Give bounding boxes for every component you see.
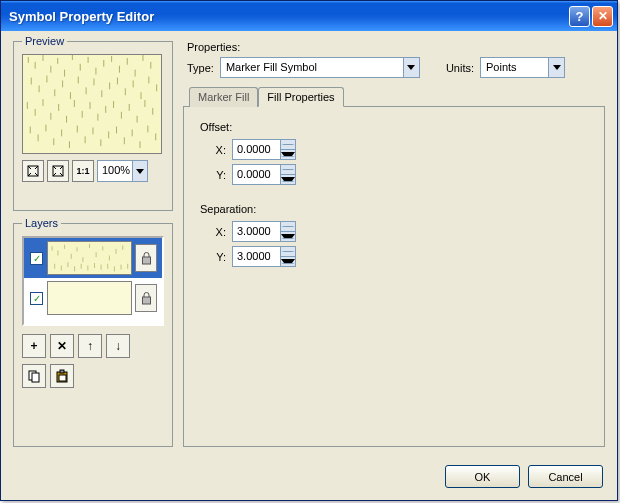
zoom-select[interactable]: 100% — [97, 160, 148, 182]
layers-group: Layers ✓ — [13, 223, 173, 447]
zoom-full-icon — [27, 165, 39, 177]
svg-rect-102 — [59, 375, 66, 381]
units-value: Points — [481, 58, 548, 77]
zoom-full-button[interactable] — [22, 160, 44, 182]
svg-rect-99 — [32, 373, 39, 382]
layer-row[interactable]: ✓ — [24, 238, 162, 278]
delete-layer-button[interactable]: ✕ — [50, 334, 74, 358]
lock-icon — [141, 292, 152, 305]
separation-y-value: 3.0000 — [232, 246, 280, 267]
type-label: Type: — [187, 62, 214, 74]
svg-rect-101 — [60, 370, 64, 373]
fill-properties-panel: Offset: X: 0.0000 Y: 0.0000 Separation: — [183, 106, 605, 447]
dialog-footer: OK Cancel — [1, 457, 617, 500]
type-value: Marker Fill Symbol — [221, 58, 403, 77]
grass-pattern-icon — [23, 55, 161, 153]
offset-y-label: Y: — [210, 169, 226, 181]
layer-visible-checkbox[interactable]: ✓ — [30, 292, 43, 305]
chevron-down-icon — [548, 58, 564, 77]
spinner-down-icon[interactable] — [281, 175, 295, 184]
svg-rect-97 — [142, 297, 150, 304]
layers-legend: Layers — [22, 217, 61, 229]
svg-rect-0 — [23, 55, 160, 153]
offset-y-input[interactable]: 0.0000 — [232, 164, 296, 185]
svg-rect-71 — [48, 244, 131, 272]
move-down-button[interactable]: ↓ — [106, 334, 130, 358]
separation-x-label: X: — [210, 226, 226, 238]
close-button[interactable]: ✕ — [592, 6, 613, 27]
separation-x-input[interactable]: 3.0000 — [232, 221, 296, 242]
separation-y-label: Y: — [210, 251, 226, 263]
chevron-down-icon — [403, 58, 419, 77]
layer-lock-button[interactable] — [135, 284, 157, 312]
spinner-down-icon[interactable] — [281, 232, 295, 241]
layer-thumbnail — [47, 241, 132, 275]
paste-layer-button[interactable] — [50, 364, 74, 388]
separation-label: Separation: — [200, 203, 588, 215]
lock-icon — [141, 252, 152, 265]
preview-canvas — [22, 54, 162, 154]
zoom-extent-button[interactable] — [47, 160, 69, 182]
spinner-up-icon[interactable] — [281, 165, 295, 175]
spinner-down-icon[interactable] — [281, 257, 295, 266]
ok-button[interactable]: OK — [445, 465, 520, 488]
offset-x-input[interactable]: 0.0000 — [232, 139, 296, 160]
layer-thumbnail — [47, 281, 132, 315]
spinner-up-icon[interactable] — [281, 247, 295, 257]
preview-legend: Preview — [22, 35, 67, 47]
offset-y-value: 0.0000 — [232, 164, 280, 185]
zoom-actual-button[interactable]: 1:1 — [72, 160, 94, 182]
paste-icon — [55, 369, 69, 383]
move-up-button[interactable]: ↑ — [78, 334, 102, 358]
grass-pattern-icon — [48, 242, 131, 274]
spinner-up-icon[interactable] — [281, 140, 295, 150]
preview-group: Preview — [13, 41, 173, 211]
offset-label: Offset: — [200, 121, 588, 133]
zoom-extent-icon — [52, 165, 64, 177]
cancel-button[interactable]: Cancel — [528, 465, 603, 488]
separation-y-input[interactable]: 3.0000 — [232, 246, 296, 267]
layer-lock-button[interactable] — [135, 244, 157, 272]
chevron-down-icon — [132, 161, 147, 181]
window: Symbol Property Editor ? ✕ Preview — [0, 0, 618, 501]
copy-layer-button[interactable] — [22, 364, 46, 388]
offset-x-value: 0.0000 — [232, 139, 280, 160]
spinner-down-icon[interactable] — [281, 150, 295, 159]
type-select[interactable]: Marker Fill Symbol — [220, 57, 420, 78]
copy-icon — [27, 369, 41, 383]
properties-label: Properties: — [183, 41, 605, 53]
add-layer-button[interactable]: + — [22, 334, 46, 358]
svg-rect-96 — [142, 257, 150, 264]
help-button[interactable]: ? — [569, 6, 590, 27]
layers-list[interactable]: ✓ — [22, 236, 164, 326]
tab-fill-properties[interactable]: Fill Properties — [258, 87, 343, 107]
window-title: Symbol Property Editor — [9, 9, 569, 24]
units-label: Units: — [446, 62, 474, 74]
layer-visible-checkbox[interactable]: ✓ — [30, 252, 43, 265]
tab-marker-fill[interactable]: Marker Fill — [189, 87, 258, 107]
client-area: Preview — [1, 31, 617, 457]
separation-x-value: 3.0000 — [232, 221, 280, 242]
zoom-value: 100% — [98, 161, 132, 181]
layer-row[interactable]: ✓ — [24, 278, 162, 318]
titlebar: Symbol Property Editor ? ✕ — [1, 1, 617, 31]
units-select[interactable]: Points — [480, 57, 565, 78]
tabstrip: Marker Fill Fill Properties — [183, 86, 605, 106]
offset-x-label: X: — [210, 144, 226, 156]
spinner-up-icon[interactable] — [281, 222, 295, 232]
